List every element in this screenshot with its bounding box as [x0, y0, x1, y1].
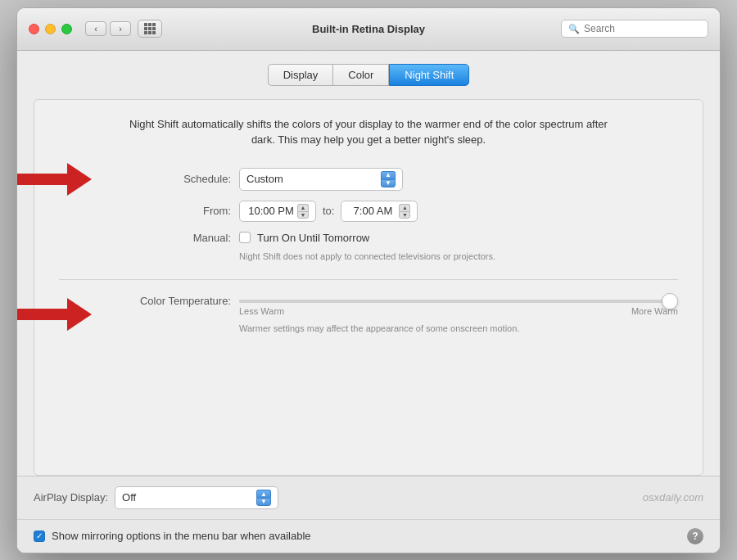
main-panel: Night Shift automatically shifts the col…: [34, 99, 703, 476]
from-time-field[interactable]: 10:00 PM ▲ ▼: [239, 201, 316, 222]
form-section: Schedule: Custom ▲ ▼ From: 10:00 PM: [92, 168, 678, 263]
bottom-check-row: ✓ Show mirroring options in the menu bar…: [17, 519, 720, 553]
help-button[interactable]: ?: [687, 528, 703, 544]
schedule-value: Custom: [246, 173, 283, 185]
manual-label: Manual:: [92, 232, 231, 244]
arrow-shaft-2: [16, 309, 67, 320]
tab-color[interactable]: Color: [332, 64, 389, 86]
airplay-select[interactable]: Off ▲ ▼: [115, 486, 278, 509]
schedule-label: Schedule:: [92, 173, 231, 185]
slider-track-area: [239, 300, 678, 303]
mirror-label: Show mirroring options in the menu bar w…: [52, 530, 311, 542]
airplay-value: Off: [122, 491, 136, 504]
schedule-stepper: ▲ ▼: [381, 171, 396, 187]
watermark: osxdaily.com: [643, 491, 703, 504]
schedule-select[interactable]: Custom ▲ ▼: [239, 168, 403, 191]
from-label: From:: [92, 205, 231, 217]
airplay-label: AirPlay Display:: [34, 491, 108, 504]
mirror-checkbox[interactable]: ✓: [34, 531, 45, 542]
titlebar: ‹ › Built-in Retina Display 🔍: [17, 8, 720, 51]
slider-container: Less Warm More Warm Warmer settings may …: [239, 293, 678, 335]
to-up-arrow[interactable]: ▲: [399, 204, 410, 211]
manual-checkbox[interactable]: [239, 232, 251, 243]
search-input[interactable]: [584, 23, 701, 34]
search-box[interactable]: 🔍: [561, 20, 708, 38]
from-up-arrow[interactable]: ▲: [297, 204, 309, 211]
to-time-value: 7:00 AM: [348, 205, 397, 217]
slider-labels: Less Warm More Warm: [239, 306, 678, 316]
to-label: to:: [323, 205, 334, 217]
color-temperature-section: Color Temperature: Less Warm More Warm W…: [92, 293, 678, 335]
search-icon: 🔍: [568, 24, 580, 34]
airplay-up-arrow[interactable]: ▲: [256, 490, 271, 498]
nav-buttons: ‹ ›: [85, 21, 131, 36]
system-preferences-window: ‹ › Built-in Retina Display 🔍 Display Co…: [16, 7, 721, 553]
to-down-arrow[interactable]: ▼: [399, 211, 410, 219]
window-title: Built-in Retina Display: [312, 23, 425, 35]
maximize-button[interactable]: [61, 24, 72, 34]
airplay-stepper: ▲ ▼: [256, 490, 271, 506]
airplay-down-arrow[interactable]: ▼: [256, 498, 271, 506]
schedule-row: Schedule: Custom ▲ ▼: [92, 168, 678, 191]
airplay-bar: AirPlay Display: Off ▲ ▼ osxdaily.com: [17, 476, 720, 519]
back-button[interactable]: ‹: [85, 21, 106, 36]
schedule-arrow: [16, 163, 92, 196]
content-area: Display Color Night Shift Night Shift au…: [17, 51, 720, 476]
schedule-up-arrow[interactable]: ▲: [381, 171, 396, 179]
forward-button[interactable]: ›: [110, 21, 131, 36]
from-down-arrow[interactable]: ▼: [297, 211, 309, 219]
arrow-head-2: [67, 298, 92, 331]
from-time-value: 10:00 PM: [246, 205, 296, 217]
slider-track: [239, 300, 678, 303]
manual-row: Manual: Turn On Until Tomorrow: [92, 232, 678, 244]
arrow-head: [67, 163, 92, 196]
grid-button[interactable]: [138, 20, 162, 38]
divider: [59, 279, 678, 280]
checkmark-icon: ✓: [36, 532, 43, 540]
slider-note: Warmer settings may affect the appearanc…: [239, 323, 678, 335]
schedule-down-arrow[interactable]: ▼: [381, 179, 396, 187]
less-warm-label: Less Warm: [239, 306, 284, 316]
close-button[interactable]: [29, 24, 39, 34]
tab-night-shift[interactable]: Night Shift: [389, 64, 469, 86]
night-shift-note: Night Shift does not apply to connected …: [239, 251, 678, 263]
color-temp-arrow: [16, 298, 92, 331]
to-time-field[interactable]: 7:00 AM ▲ ▼: [341, 201, 418, 222]
slider-fill: [239, 300, 568, 303]
description-text: Night Shift automatically shifts the col…: [123, 116, 614, 148]
to-time-stepper: ▲ ▼: [399, 204, 410, 219]
color-temp-label: Color Temperature:: [92, 295, 231, 307]
traffic-lights: [29, 24, 72, 34]
grid-icon: [144, 23, 156, 34]
time-row: From: 10:00 PM ▲ ▼ to: 7:00 AM: [92, 201, 678, 222]
checkbox-area: Turn On Until Tomorrow: [239, 232, 369, 244]
arrow-shaft: [16, 174, 67, 185]
tab-bar: Display Color Night Shift: [34, 64, 703, 86]
from-time-stepper: ▲ ▼: [297, 204, 309, 219]
manual-checkbox-label: Turn On Until Tomorrow: [257, 232, 369, 244]
time-group: 10:00 PM ▲ ▼ to: 7:00 AM ▲ ▼: [239, 201, 418, 222]
minimize-button[interactable]: [45, 24, 56, 34]
tab-display[interactable]: Display: [268, 64, 333, 86]
slider-thumb[interactable]: [662, 293, 678, 309]
